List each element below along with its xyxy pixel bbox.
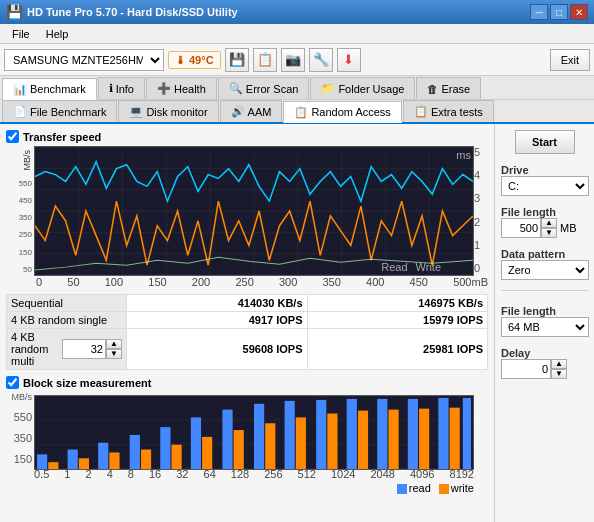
svg-rect-46: [419, 409, 429, 469]
delay-section: Delay ▲ ▼: [501, 343, 588, 379]
tab-folder-usage[interactable]: 📁 Folder Usage: [310, 77, 415, 99]
disk-monitor-icon: 💻: [129, 105, 143, 118]
drive-select[interactable]: SAMSUNG MZNTE256HMHP-000H1 (25 ▼: [4, 49, 164, 71]
transfer-speed-header: Transfer speed: [6, 130, 488, 143]
title-bar-text: HD Tune Pro 5.70 - Hard Disk/SSD Utility: [27, 6, 238, 18]
svg-rect-48: [450, 408, 460, 469]
spinner-down[interactable]: ▼: [106, 349, 122, 359]
maximize-button[interactable]: □: [550, 4, 568, 20]
tab-random-access[interactable]: 📋 Random Access: [283, 101, 401, 123]
y-label-mbs: MB/s: [22, 150, 32, 171]
tab-health[interactable]: ➕ Health: [146, 77, 217, 99]
tab-bar-2: 📄 File Benchmark 💻 Disk monitor 🔊 AAM 📋 …: [0, 100, 594, 124]
svg-rect-49: [463, 398, 471, 469]
menu-file[interactable]: File: [4, 27, 38, 41]
tab-benchmark[interactable]: 📊 Benchmark: [2, 78, 97, 100]
transfer-speed-chart: Read Write ms: [34, 146, 474, 276]
svg-rect-30: [171, 445, 181, 469]
tab-disk-monitor[interactable]: 💻 Disk monitor: [118, 100, 218, 122]
error-scan-icon: 🔍: [229, 82, 243, 95]
multi-spinner[interactable]: ▲ ▼: [62, 339, 122, 359]
tab-erase[interactable]: 🗑 Erase: [416, 77, 481, 99]
svg-rect-44: [388, 410, 398, 469]
svg-rect-21: [37, 454, 47, 469]
write-label: Write: [416, 261, 441, 273]
info-icon: ℹ: [109, 82, 113, 95]
file-length-spinner[interactable]: ▲ ▼: [501, 218, 557, 238]
tab-bar-1: 📊 Benchmark ℹ Info ➕ Health 🔍 Error Scan…: [0, 76, 594, 100]
exit-button[interactable]: Exit: [550, 49, 590, 71]
menu-bar: File Help: [0, 24, 594, 44]
multi-threads-input[interactable]: [62, 339, 106, 359]
folder-icon: 📁: [321, 82, 335, 95]
ms-label: ms: [456, 149, 471, 161]
drive-section: Drive C:: [501, 160, 588, 196]
random-access-icon: 📋: [294, 106, 308, 119]
svg-rect-39: [316, 400, 326, 469]
tab-aam[interactable]: 🔊 AAM: [220, 100, 283, 122]
delay-input[interactable]: [501, 359, 551, 379]
toolbar-btn-2[interactable]: 📋: [253, 48, 277, 72]
toolbar-btn-3[interactable]: 📷: [281, 48, 305, 72]
results-table: Sequential 414030 KB/s 146975 KB/s 4 KB …: [6, 294, 488, 370]
title-bar: 💾 HD Tune Pro 5.70 - Hard Disk/SSD Utili…: [0, 0, 594, 24]
svg-rect-31: [191, 417, 201, 469]
svg-rect-23: [68, 450, 78, 469]
toolbar-btn-1[interactable]: 💾: [225, 48, 249, 72]
file-length-down[interactable]: ▼: [541, 228, 557, 238]
extra-tests-icon: 📋: [414, 105, 428, 118]
left-panel: Transfer speed MB/s 550 450 350 250 150 …: [0, 124, 494, 522]
block-size-checkbox[interactable]: [6, 376, 19, 389]
svg-rect-47: [438, 398, 448, 469]
svg-rect-28: [141, 450, 151, 469]
sequential-label: Sequential: [7, 295, 127, 312]
file-length-unit: MB: [560, 222, 577, 234]
toolbar-btn-5[interactable]: ⬇: [337, 48, 361, 72]
svg-rect-35: [254, 404, 264, 469]
block-size-chart: [34, 395, 474, 470]
svg-rect-43: [377, 399, 387, 469]
svg-rect-27: [130, 435, 140, 469]
svg-rect-26: [109, 452, 119, 469]
svg-rect-37: [285, 401, 295, 469]
sequential-read: 414030 KB/s: [127, 295, 308, 312]
toolbar-btn-4[interactable]: 🔧: [309, 48, 333, 72]
delay-spinner[interactable]: ▲ ▼: [501, 359, 588, 379]
file-benchmark-icon: 📄: [13, 105, 27, 118]
block-size-header: Block size measurement: [6, 376, 488, 389]
file-length-section-2: File length 64 MB: [501, 301, 588, 337]
panel-divider: [501, 290, 588, 291]
data-pattern-dropdown[interactable]: Zero: [501, 260, 589, 280]
tab-error-scan[interactable]: 🔍 Error Scan: [218, 77, 310, 99]
tab-info[interactable]: ℹ Info: [98, 77, 145, 99]
block-chart-legend: read write: [6, 482, 474, 494]
minimize-button[interactable]: ─: [530, 4, 548, 20]
file-length-2-dropdown[interactable]: 64 MB: [501, 317, 589, 337]
tab-extra-tests[interactable]: 📋 Extra tests: [403, 100, 494, 122]
toolbar: SAMSUNG MZNTE256HMHP-000H1 (25 ▼ 🌡 49°C …: [0, 44, 594, 76]
svg-rect-25: [98, 443, 108, 469]
thermometer-icon: 🌡: [175, 54, 186, 66]
start-button[interactable]: Start: [515, 130, 575, 154]
tab-file-benchmark[interactable]: 📄 File Benchmark: [2, 100, 117, 122]
svg-rect-38: [296, 417, 306, 469]
file-length-input[interactable]: [501, 218, 541, 238]
menu-help[interactable]: Help: [38, 27, 77, 41]
spinner-up[interactable]: ▲: [106, 339, 122, 349]
close-button[interactable]: ✕: [570, 4, 588, 20]
drive-dropdown[interactable]: C:: [501, 176, 589, 196]
sequential-write: 146975 KB/s: [307, 295, 488, 312]
file-length-up[interactable]: ▲: [541, 218, 557, 228]
random-multi-read: 59608 IOPS: [127, 329, 308, 370]
temperature-value: 49°C: [189, 54, 214, 66]
svg-rect-45: [408, 399, 418, 469]
delay-up[interactable]: ▲: [551, 359, 567, 369]
svg-rect-34: [234, 430, 244, 469]
svg-rect-36: [265, 423, 275, 469]
benchmark-icon: 📊: [13, 83, 27, 96]
random-multi-write: 25981 IOPS: [307, 329, 488, 370]
file-length-section: File length ▲ ▼ MB: [501, 202, 588, 238]
delay-down[interactable]: ▼: [551, 369, 567, 379]
random-single-write: 15979 IOPS: [307, 312, 488, 329]
transfer-speed-checkbox[interactable]: [6, 130, 19, 143]
